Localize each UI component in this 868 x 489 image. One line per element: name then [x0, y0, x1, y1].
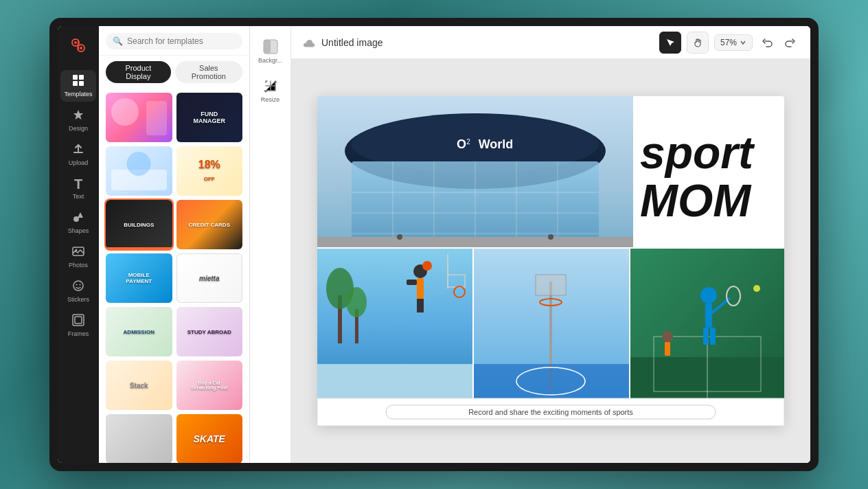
shapes-label: Shapes: [68, 227, 89, 234]
stickers-icon: [72, 280, 84, 294]
template-item[interactable]: MOBILEPAYMENT: [106, 253, 172, 303]
sidebar-item-photos[interactable]: Photos: [60, 241, 96, 273]
svg-point-38: [548, 234, 553, 240]
svg-rect-48: [417, 278, 424, 299]
svg-point-46: [346, 287, 367, 317]
svg-rect-71: [703, 328, 709, 345]
hand-tool-btn[interactable]: [687, 32, 709, 54]
template-item[interactable]: STUDY ABROAD: [176, 307, 243, 356]
svg-marker-10: [78, 212, 83, 218]
svg-rect-5: [73, 75, 78, 80]
pointer-tool-btn[interactable]: [659, 32, 681, 54]
undo-icon: [762, 37, 773, 48]
template-item[interactable]: [106, 93, 172, 142]
svg-text:sport: sport: [640, 127, 755, 178]
toolbar-right: 57%: [659, 32, 799, 54]
template-label: 18%OFF: [179, 159, 239, 183]
laptop-frame: Templates Design Upload: [49, 18, 819, 471]
tool-background[interactable]: Backgr...: [253, 34, 288, 68]
sidebar-item-frames[interactable]: Frames: [60, 310, 96, 341]
filter-tab-product-display[interactable]: Product Display: [106, 61, 171, 83]
filter-tabs: Product Display Sales Promotion: [99, 56, 249, 89]
sidebar-item-upload[interactable]: Upload: [60, 139, 96, 170]
redo-btn[interactable]: [780, 33, 799, 52]
svg-rect-61: [474, 364, 629, 398]
sidebar-item-stickers[interactable]: Stickers: [60, 275, 96, 307]
photos-label: Photos: [69, 262, 88, 269]
svg-rect-59: [536, 275, 566, 295]
template-label: FUNDMANAGER: [179, 111, 239, 124]
template-item[interactable]: SKATE: [176, 414, 243, 463]
search-bar: 🔍: [99, 26, 249, 56]
template-item[interactable]: mietta: [176, 253, 243, 303]
pointer-icon: [665, 38, 675, 47]
template-label: BUILDINGS: [109, 222, 169, 228]
cloud-icon: [302, 36, 316, 49]
photos-icon: [72, 245, 84, 260]
templates-panel: 🔍 Product Display Sales Promotion FUNDMA…: [99, 26, 250, 463]
logo-area: [67, 34, 89, 56]
svg-point-55: [422, 261, 432, 271]
svg-point-73: [753, 285, 760, 292]
canvas-viewport[interactable]: O 2 World: [291, 59, 810, 463]
template-item[interactable]: [106, 414, 172, 463]
filter-tab-sales-promotion[interactable]: Sales Promotion: [175, 61, 242, 83]
svg-text:World: World: [479, 137, 514, 151]
template-label: Buy a CatScratching Post: [179, 380, 239, 390]
shapes-icon: [72, 211, 84, 225]
design-icon: [72, 109, 84, 123]
svg-rect-68: [705, 304, 712, 328]
svg-rect-7: [73, 81, 78, 86]
search-icon: 🔍: [113, 36, 123, 46]
canvas-svg: O 2 World: [317, 96, 784, 426]
templates-grid: FUNDMANAGER 18%OFF BUILDINGS CREDIT CARD…: [99, 89, 249, 463]
svg-point-37: [397, 234, 402, 240]
template-item[interactable]: Stack: [106, 361, 172, 410]
template-item[interactable]: CREDIT CARDS: [176, 200, 243, 249]
sidebar-item-shapes[interactable]: Shapes: [60, 207, 96, 238]
svg-point-74: [662, 331, 673, 342]
search-input[interactable]: [127, 36, 236, 46]
svg-rect-72: [710, 328, 716, 345]
svg-rect-51: [420, 299, 424, 312]
svg-rect-49: [407, 280, 417, 285]
tool-background-label: Backgr...: [258, 57, 282, 64]
tool-resize[interactable]: Resize: [253, 73, 288, 107]
sidebar-item-design[interactable]: Design: [60, 104, 96, 136]
svg-point-14: [76, 284, 78, 286]
template-item[interactable]: ADMISSION: [106, 307, 172, 356]
upload-label: Upload: [69, 159, 89, 166]
canvas-area: Untitled image 57%: [291, 26, 810, 463]
background-icon: [262, 38, 279, 55]
search-input-wrap[interactable]: 🔍: [106, 33, 242, 49]
text-label: Text: [73, 193, 84, 200]
svg-rect-6: [79, 75, 84, 80]
svg-text:2: 2: [466, 138, 470, 146]
templates-label: Templates: [64, 91, 92, 98]
svg-text:MOM: MOM: [640, 175, 752, 226]
resize-icon: [262, 78, 279, 94]
stickers-label: Stickers: [67, 296, 89, 303]
svg-rect-75: [665, 342, 670, 356]
svg-point-3: [74, 41, 77, 44]
tool-resize-label: Resize: [261, 96, 280, 103]
undo-btn[interactable]: [758, 33, 777, 52]
template-item[interactable]: Buy a CatScratching Post: [176, 361, 243, 410]
sidebar-item-text[interactable]: T Text: [60, 173, 96, 204]
svg-rect-19: [264, 40, 271, 54]
frames-label: Frames: [68, 330, 89, 337]
svg-point-4: [80, 47, 82, 49]
app-logo: [67, 34, 89, 56]
template-label: mietta: [180, 275, 238, 282]
template-item[interactable]: FUNDMANAGER: [176, 93, 243, 142]
template-item[interactable]: [106, 146, 172, 196]
template-item[interactable]: 18%OFF: [176, 146, 243, 196]
svg-point-15: [80, 284, 81, 286]
template-item[interactable]: BUILDINGS: [106, 200, 172, 249]
zoom-control[interactable]: 57%: [714, 34, 753, 51]
template-label: SKATE: [179, 433, 239, 444]
upload-icon: [72, 143, 84, 157]
sidebar-item-templates[interactable]: Templates: [60, 70, 96, 102]
svg-rect-56: [317, 364, 472, 398]
canvas-content: O 2 World: [317, 96, 784, 426]
